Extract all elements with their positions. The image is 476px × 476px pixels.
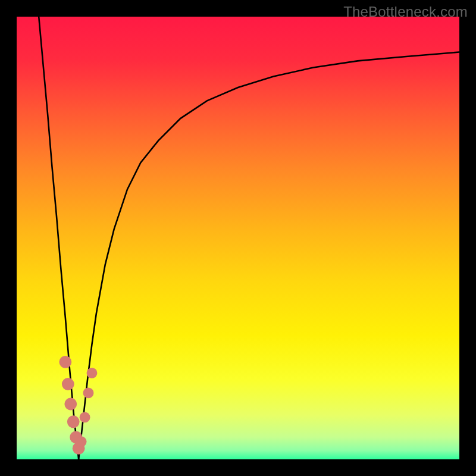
data-marker: [67, 415, 80, 428]
data-marker: [80, 412, 90, 422]
watermark-text: TheBottleneck.com: [343, 4, 468, 20]
data-marker: [62, 378, 74, 390]
data-marker: [64, 398, 77, 411]
data-markers: [59, 356, 97, 455]
data-marker: [87, 368, 98, 378]
plot-area: [17, 17, 459, 459]
curve-layer: [17, 17, 459, 459]
data-marker: [83, 387, 94, 398]
curve-right-branch: [79, 52, 459, 459]
curve-left-branch: [39, 17, 79, 459]
data-marker: [59, 356, 71, 368]
data-marker: [76, 436, 87, 447]
chart-frame: TheBottleneck.com: [0, 0, 476, 476]
